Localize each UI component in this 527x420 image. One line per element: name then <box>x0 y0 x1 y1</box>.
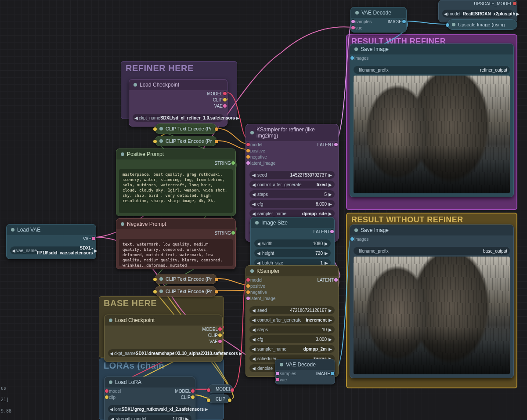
sampler-name-combo[interactable]: ◀sampler_namedpmpp_sde▶ <box>249 210 335 217</box>
steps-input[interactable]: ◀steps10▶ <box>249 326 335 333</box>
sampler-name-combo[interactable]: ◀sampler_namedpmpp_2m▶ <box>249 345 335 353</box>
node-title: Load Checkpoint <box>115 317 155 323</box>
node-title: KSampler <box>256 268 280 274</box>
node-save-image-refiner[interactable]: Save Image images filename_prefixrefiner… <box>350 43 514 197</box>
node-title: KSampler for refiner (like img2img) <box>256 127 334 139</box>
log-text: 21] <box>1 397 9 402</box>
group-title: REFINER HERE <box>126 63 194 73</box>
node-vae-decode-top[interactable]: VAE Decode samples vae IMAGE <box>350 7 407 33</box>
image-preview <box>354 76 510 193</box>
chevron-right-icon[interactable]: ▶ <box>236 116 239 120</box>
node-reroute-clip[interactable]: CLIP <box>208 395 230 403</box>
node-title: Load VAE <box>17 227 40 233</box>
node-load-lora[interactable]: Load LoRA model clip MODEL CLIP ◀loraSDX… <box>104 377 195 420</box>
node-upscale-image[interactable]: Upscale Image (using <box>447 19 517 30</box>
node-clip-text-encode-base-neg[interactable]: CLIP Text Encode (Pr <box>155 286 217 297</box>
node-negative-prompt[interactable]: Negative Prompt STRING text, watermark, … <box>116 218 236 269</box>
steps-input[interactable]: ◀steps5▶ <box>249 190 335 198</box>
node-title: Negative Prompt <box>127 221 166 227</box>
node-title: Save Image <box>361 46 389 52</box>
node-title: Save Image <box>361 227 389 233</box>
node-title: VAE Decode <box>361 10 391 16</box>
cfg-input[interactable]: ◀cfg8.000▶ <box>249 200 335 208</box>
node-load-vae[interactable]: Load VAE VAE ◀ vae_name SDXL-FP16\sdxl_v… <box>6 224 96 259</box>
chevron-left-icon[interactable]: ◀ <box>12 248 15 253</box>
node-base-load-checkpoint[interactable]: Load Checkpoint MODEL CLIP VAE ◀ckpt_nam… <box>104 315 223 362</box>
ckpt-name-combo[interactable]: ◀ckpt_name SDXL\dreamshaperXL10_alpha2Xl… <box>108 349 219 357</box>
chevron-left-icon[interactable]: ◀ <box>134 116 138 120</box>
vae-name-combo[interactable]: ◀ vae_name SDXL-FP16\sdxl_vae.safetensor… <box>10 246 92 254</box>
group-title: RESULT WITHOUT REFINER <box>351 215 463 224</box>
filename-prefix-input[interactable]: filename_prefixbase_output <box>354 247 510 255</box>
node-title: Positive Prompt <box>127 151 164 157</box>
node-reroute-model[interactable]: MODEL <box>208 384 233 393</box>
group-title: LORAs (chain <box>104 361 164 371</box>
node-refiner-load-checkpoint[interactable]: Load Checkpoint MODEL CLIP VAE ◀ ckpt_na… <box>129 79 227 127</box>
negative-prompt-text[interactable]: text, watermark, low quality, medium qua… <box>119 239 233 266</box>
chevron-right-icon[interactable]: ▶ <box>94 248 97 253</box>
lora-name-combo[interactable]: ◀loraSDXL\greg_rutkowski_xl_2.safetensor… <box>108 405 191 413</box>
node-vae-decode-bottom[interactable]: VAE Decode samples vae IMAGE <box>275 359 335 384</box>
width-input[interactable]: ◀width1080▶ <box>254 239 331 247</box>
node-clip-text-encode-base-pos[interactable]: CLIP Text Encode (Pr <box>155 274 217 284</box>
node-save-image-base[interactable]: Save Image images filename_prefixbase_ou… <box>350 224 514 378</box>
node-image-size[interactable]: Image Size LATENT ◀width1080▶ ◀height720… <box>250 217 335 272</box>
node-clip-text-encode-refiner-pos[interactable]: CLIP Text Encode (Pr <box>155 123 217 134</box>
node-positive-prompt[interactable]: Positive Prompt STRING masterpiece, best… <box>116 148 236 216</box>
positive-prompt-text[interactable]: masterpiece, best quality, greg rutkowsk… <box>119 169 233 213</box>
cfg-input[interactable]: ◀cfg3.000▶ <box>249 335 335 343</box>
ckpt-name-combo[interactable]: ◀ ckpt_name SDXL\sd_xl_refiner_1.0.safet… <box>133 114 224 122</box>
log-text: us <box>1 386 6 391</box>
seed-input[interactable]: ◀seed145227530792737▶ <box>249 171 335 179</box>
upscale-model-combo[interactable]: ◀model_RealESRGAN_x2plus.pth▶ <box>442 10 513 18</box>
node-title: Image Size <box>261 220 288 226</box>
image-preview <box>354 257 510 374</box>
strength-model-input[interactable]: ◀strength_model1.000▶ <box>108 415 191 420</box>
control-after-generate-combo[interactable]: ◀control_after_generateincrement▶ <box>249 316 335 324</box>
control-after-generate-combo[interactable]: ◀control_after_generatefixed▶ <box>249 181 335 188</box>
log-text: 9.88 <box>1 409 11 413</box>
group-title: BASE HERE <box>104 298 157 308</box>
filename-prefix-input[interactable]: filename_prefixrefiner_output <box>354 66 510 74</box>
node-title: Load LoRA <box>115 379 141 385</box>
height-input[interactable]: ◀height720▶ <box>254 249 331 257</box>
seed-input[interactable]: ◀seed472186721126167▶ <box>249 306 335 314</box>
node-title: Load Checkpoint <box>140 82 179 88</box>
node-title: VAE Decode <box>286 362 316 368</box>
node-clip-text-encode-refiner-neg[interactable]: CLIP Text Encode (Pr <box>155 136 217 146</box>
